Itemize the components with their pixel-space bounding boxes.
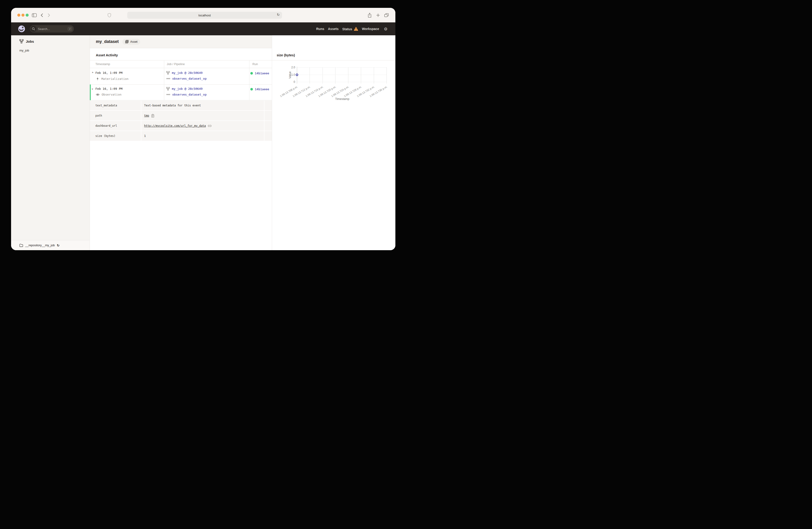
- event-metadata-table: text_metadata Text-based metadata for th…: [90, 101, 272, 141]
- page-reload-icon[interactable]: ↻: [277, 13, 280, 17]
- job-icon: [166, 87, 170, 90]
- settings-gear-icon[interactable]: ⚙: [384, 27, 388, 31]
- zoom-window-button[interactable]: [26, 14, 29, 17]
- repository-name: __repository__my_job: [25, 244, 55, 247]
- run-link[interactable]: 14b1aeee: [255, 72, 269, 75]
- data-point: [296, 74, 298, 76]
- job-icon: [166, 71, 170, 75]
- column-header-timestamp: Timestamp: [96, 62, 110, 66]
- job-link[interactable]: my_job @ 28c50649: [172, 71, 203, 75]
- close-window-button[interactable]: [17, 14, 20, 17]
- column-header-job: Job / Pipeline: [167, 62, 185, 66]
- nav-workspace[interactable]: Workspace: [362, 27, 379, 31]
- metadata-key: text_metadata: [90, 101, 141, 110]
- forward-button[interactable]: [47, 13, 50, 17]
- asset-activity-table: Timestamp Job / Pipeline Run ▶ Feb 16, 1…: [90, 60, 272, 100]
- op-link[interactable]: observes_dataset_op: [172, 77, 207, 80]
- y-tick: 2.0: [291, 66, 295, 69]
- chart-title: size (bytes): [277, 53, 295, 57]
- metadata-value: http://mycoolsite.com/url_for_my_data: [141, 121, 264, 131]
- divider: [249, 60, 249, 100]
- sidebar-toggle-icon[interactable]: [32, 13, 37, 17]
- path-link[interactable]: tmp: [144, 114, 149, 117]
- metadata-value: 1: [141, 131, 264, 141]
- jobs-icon: [19, 39, 24, 43]
- run-link[interactable]: 14b1aeee: [255, 87, 269, 91]
- jobs-section-title: Jobs: [26, 40, 34, 43]
- event-type: Observation: [102, 93, 121, 96]
- repository-reload-icon[interactable]: ↻: [57, 244, 60, 247]
- observation-eye-icon: [96, 93, 100, 96]
- asset-icon: [125, 40, 129, 43]
- size-bytes-chart: 2.0 1.0 0 Value Timestamp 1:09:13.708 p.…: [272, 60, 395, 120]
- global-search[interactable]: /: [30, 25, 74, 32]
- privacy-shield-icon[interactable]: [107, 13, 111, 17]
- app-content: Jobs my_job __repository__my_job ↻ my_da…: [11, 35, 395, 250]
- dagster-logo[interactable]: [18, 25, 25, 32]
- run-status-dot: [250, 88, 253, 90]
- search-shortcut-badge: /: [68, 27, 72, 31]
- event-timestamp: Feb 16, 1:09 PM: [96, 71, 122, 75]
- dashboard-url-link[interactable]: http://mycoolsite.com/url_for_my_data: [144, 124, 206, 128]
- nav-runs[interactable]: Runs: [316, 27, 324, 31]
- folder-icon: [19, 244, 23, 247]
- op-link[interactable]: observes_dataset_op: [172, 93, 207, 96]
- metadata-key: dashboard_url: [90, 121, 141, 131]
- browser-window: localhost ↻: [11, 8, 395, 250]
- column-header-run: Run: [252, 62, 258, 66]
- run-status-dot: [250, 72, 253, 75]
- metadata-value: tmp: [141, 111, 264, 120]
- metadata-spacer: [264, 111, 272, 120]
- nav-assets[interactable]: Assets: [328, 27, 338, 31]
- left-sidebar: Jobs my_job __repository__my_job ↻: [11, 35, 90, 250]
- app-navbar: / Runs Assets Status Workspace ⚙: [11, 23, 395, 35]
- event-timestamp: Feb 16, 1:09 PM: [96, 87, 122, 90]
- asset-badge-label: Asset: [130, 40, 137, 43]
- copy-icon[interactable]: [151, 114, 154, 117]
- metadata-spacer: [264, 101, 272, 110]
- op-icon: [166, 77, 170, 79]
- tab-overview-icon[interactable]: [384, 13, 389, 17]
- job-link[interactable]: my_job @ 28c50649: [172, 87, 203, 90]
- x-axis-label: Timestamp: [335, 98, 349, 101]
- address-bar-url: localhost: [198, 14, 211, 17]
- browser-titlebar: localhost ↻: [11, 8, 395, 23]
- link-icon: [208, 124, 212, 127]
- address-bar[interactable]: localhost ↻: [127, 12, 282, 19]
- metadata-key: path: [90, 111, 141, 120]
- expand-triangle-icon[interactable]: ▶: [92, 71, 93, 73]
- metadata-spacer: [264, 131, 272, 141]
- y-axis-label: Value: [288, 71, 292, 78]
- back-button[interactable]: [40, 13, 43, 17]
- search-input[interactable]: [37, 27, 68, 31]
- chart-panel: size (bytes) 2.0 1.0: [272, 35, 395, 250]
- screenshot-backdrop: localhost ↻: [0, 0, 406, 265]
- y-tick: 0: [293, 80, 295, 84]
- y-tick: 1.0: [291, 73, 295, 76]
- page-title: my_dataset: [96, 39, 119, 44]
- jobs-section-header: Jobs: [19, 39, 34, 43]
- metadata-value: Text-based metadata for this event: [141, 101, 264, 110]
- asset-badge: Asset: [122, 39, 140, 45]
- minimize-window-button[interactable]: [21, 14, 25, 17]
- asset-activity-title: Asset Activity: [96, 53, 118, 57]
- sidebar-item-my-job[interactable]: my_job: [19, 49, 29, 52]
- event-type: Materialization: [101, 77, 128, 80]
- share-icon[interactable]: [368, 13, 372, 17]
- nav-status[interactable]: Status: [342, 27, 358, 31]
- selected-row-stripe: [90, 85, 91, 100]
- collapse-triangle-icon[interactable]: ▼: [92, 88, 93, 90]
- metadata-spacer: [264, 121, 272, 131]
- divider: [90, 68, 272, 68]
- search-icon: [30, 26, 37, 32]
- repository-footer: __repository__my_job ↻: [11, 240, 90, 250]
- new-tab-icon[interactable]: [376, 13, 380, 17]
- materialization-icon: [96, 77, 99, 80]
- op-icon: [166, 93, 170, 95]
- warning-icon: [354, 27, 358, 31]
- metadata-key: size (bytes): [90, 131, 141, 141]
